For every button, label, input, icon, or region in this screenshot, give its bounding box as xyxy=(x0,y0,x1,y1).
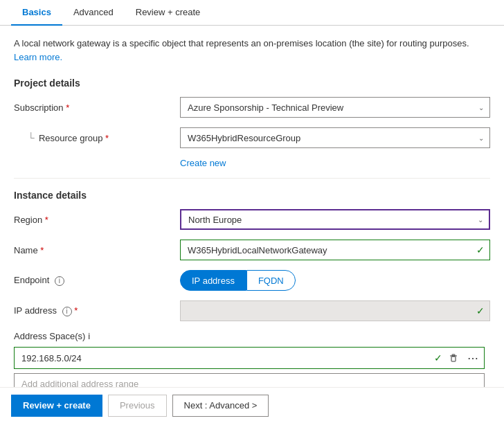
region-label: Region xyxy=(14,215,180,225)
ip-address-input[interactable] xyxy=(180,300,490,321)
tab-basics[interactable]: Basics xyxy=(11,0,62,26)
fqdn-btn[interactable]: FQDN xyxy=(246,270,296,291)
tab-review-create[interactable]: Review + create xyxy=(125,0,212,26)
name-label: Name xyxy=(14,245,180,255)
footer-bar: Review + create Previous Next : Advanced… xyxy=(0,387,504,423)
name-input-wrapper: ✓ xyxy=(180,240,490,260)
address-space-section: Address Space(s) i ✓ ⋯ Add ad xyxy=(14,331,490,394)
resource-group-label: Resource group xyxy=(39,133,109,143)
subscription-label: Subscription xyxy=(14,102,180,113)
previous-button[interactable]: Previous xyxy=(108,395,167,417)
ip-address-input-wrapper: ✓ xyxy=(180,300,490,321)
endpoint-info-icon[interactable]: i xyxy=(55,276,64,286)
chevron-down-icon: ⌄ xyxy=(478,104,484,111)
ip-address-btn[interactable]: IP address xyxy=(180,270,246,291)
resource-group-dropdown[interactable]: W365HybridResourceGroup ⌄ xyxy=(180,127,490,148)
address-range-input[interactable] xyxy=(15,348,434,368)
learn-more-link[interactable]: Learn more. xyxy=(14,52,62,62)
address-entry-row: ✓ ⋯ xyxy=(14,347,485,369)
subscription-dropdown[interactable]: Azure Sponsorship - Technical Preview ⌄ xyxy=(180,97,490,118)
endpoint-row: Endpoint i IP address FQDN xyxy=(14,270,490,291)
name-input[interactable] xyxy=(180,240,490,260)
ip-address-info-icon[interactable]: i xyxy=(62,307,72,316)
ip-address-label: IP address i xyxy=(14,305,180,316)
tabs-bar: Basics Advanced Review + create xyxy=(0,0,504,26)
subscription-row: Subscription Azure Sponsorship - Technic… xyxy=(14,97,490,118)
chevron-down-icon: ⌄ xyxy=(478,134,484,142)
tab-advanced[interactable]: Advanced xyxy=(62,0,125,26)
ip-valid-checkmark-icon: ✓ xyxy=(476,305,485,316)
address-more-icon[interactable]: ⋯ xyxy=(465,350,481,366)
valid-checkmark-icon: ✓ xyxy=(476,244,485,255)
address-space-label: Address Space(s) i xyxy=(14,331,490,341)
create-new-area: Create new xyxy=(180,158,490,168)
name-row: Name ✓ xyxy=(14,240,490,260)
main-content: A local network gateway is a specific ob… xyxy=(0,26,504,405)
create-new-link[interactable]: Create new xyxy=(180,158,226,168)
description-text: A local network gateway is a specific ob… xyxy=(14,37,490,64)
region-dropdown[interactable]: North Europe ⌄ xyxy=(180,209,490,230)
tree-corner-icon: └ xyxy=(28,132,35,143)
review-create-button[interactable]: Review + create xyxy=(11,395,102,417)
next-button[interactable]: Next : Advanced > xyxy=(172,395,269,417)
address-checkmark-icon: ✓ xyxy=(434,352,442,363)
instance-details-title: Instance details xyxy=(14,190,490,201)
resource-group-label-area: └ Resource group xyxy=(14,132,180,143)
ip-address-row: IP address i ✓ xyxy=(14,300,490,321)
endpoint-label: Endpoint i xyxy=(14,275,180,286)
section-divider xyxy=(14,178,490,179)
resource-group-row: └ Resource group W365HybridResourceGroup… xyxy=(14,127,490,148)
project-details-title: Project details xyxy=(14,78,490,89)
address-row-actions: ✓ ⋯ xyxy=(434,350,484,366)
endpoint-toggle: IP address FQDN xyxy=(180,270,296,291)
svg-rect-0 xyxy=(451,357,456,361)
chevron-down-icon: ⌄ xyxy=(478,216,483,224)
address-space-info-icon[interactable]: i xyxy=(88,331,90,341)
address-delete-icon[interactable] xyxy=(445,350,462,366)
region-row: Region North Europe ⌄ xyxy=(14,209,490,230)
svg-rect-2 xyxy=(452,354,455,356)
